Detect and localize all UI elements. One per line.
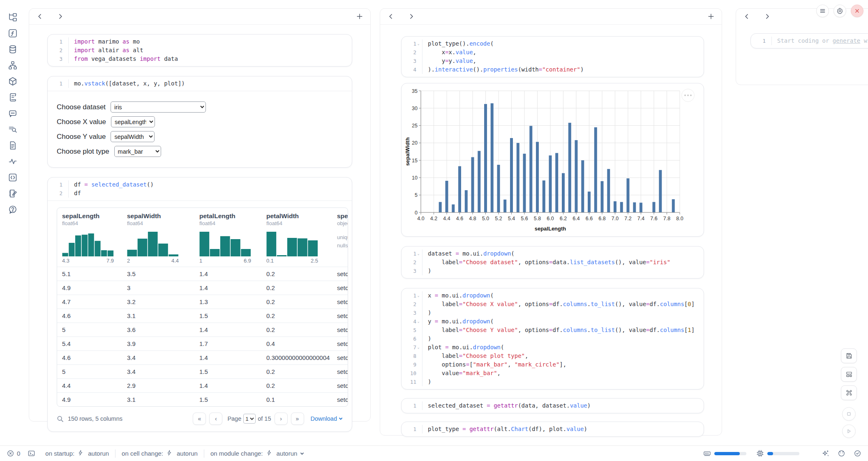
code-editor[interactable]: 1⌄plot_type().encode(2 x=x.value,3 y=y.v… — [402, 37, 704, 77]
code-editor[interactable]: 1⌄dataset = mo.ui.dropdown(2 label="Choo… — [402, 247, 704, 278]
command-palette-button[interactable] — [841, 385, 857, 400]
code-line[interactable]: 1⌄x = mo.ui.dropdown( — [402, 291, 704, 300]
hierarchy-icon[interactable] — [8, 60, 18, 70]
generate-with-ai-link[interactable]: generate — [833, 37, 860, 44]
choose-dataset-select[interactable]: iris — [111, 101, 206, 113]
terminal-button[interactable] — [28, 449, 35, 457]
code-editor[interactable]: 1df = selected_dataset()2df — [48, 177, 352, 201]
code-line[interactable]: 11) — [402, 378, 704, 386]
save-button[interactable] — [841, 348, 857, 363]
feedback-bot-button[interactable] — [838, 449, 845, 457]
connection-status-icon[interactable] — [854, 449, 861, 457]
code-line[interactable]: 2 label="Choose X value", options=df.col… — [402, 300, 704, 309]
code-line[interactable]: 3 y=y.value, — [402, 57, 704, 65]
code-line[interactable]: 1df = selected_dataset() — [48, 180, 352, 189]
code-line[interactable]: 5 label="Choose Y value", options=df.col… — [402, 326, 704, 334]
table-row[interactable]: 4.93.11.50.1setos — [57, 393, 348, 407]
code-line[interactable]: 1⌄dataset = mo.ui.dropdown( — [402, 249, 704, 258]
table-row[interactable]: 4.42.91.40.2setos — [57, 379, 348, 393]
fold-caret-icon[interactable]: ⌄ — [416, 317, 420, 326]
fold-caret-icon[interactable]: ⌄ — [416, 291, 420, 300]
code-cell-vstack[interactable]: 1mo.vstack([dataset, x, y, plot]) Choose… — [47, 76, 352, 168]
column-collapse-right-button[interactable] — [407, 12, 416, 21]
empty-code-cell[interactable]: 1 Start coding or generate with — [750, 33, 868, 48]
on-module-change-setting[interactable]: on module change: autorun — [210, 449, 304, 457]
code-line[interactable]: 1mo.vstack([dataset, x, y, plot]) — [48, 79, 352, 88]
code-line[interactable]: 1⌄plot_type().encode( — [402, 39, 704, 48]
code-line[interactable]: 8 label="Choose plot type", — [402, 352, 704, 360]
code-line[interactable]: 3) — [402, 309, 704, 317]
prev-page-button[interactable]: ‹ — [209, 413, 222, 425]
code-line[interactable]: 1import marimo as mo — [48, 37, 352, 46]
column-collapse-left-button[interactable] — [387, 12, 395, 21]
column-header[interactable]: sepalWidthfloat6424.4 — [127, 208, 199, 267]
activity-icon[interactable] — [8, 157, 18, 166]
chart-more-menu-button[interactable] — [681, 89, 695, 102]
table-row[interactable]: 53.61.40.2setos — [57, 323, 348, 337]
code-cell-selected-dataset[interactable]: 1selected_dataset = getattr(data, datase… — [401, 398, 704, 413]
choose-plot-type-select[interactable]: mark_bar — [114, 146, 161, 157]
code-editor[interactable]: 1import marimo as mo2import altair as al… — [48, 35, 352, 66]
code-editor[interactable]: 1mo.vstack([dataset, x, y, plot]) — [48, 76, 352, 91]
code-line[interactable]: 2 x=x.value, — [402, 48, 704, 57]
code-placeholder[interactable]: Start coding or generate with — [772, 37, 868, 45]
download-button[interactable]: Download — [311, 415, 343, 422]
run-all-button[interactable] — [842, 424, 856, 438]
scroll-icon[interactable] — [8, 92, 18, 102]
table-row[interactable]: 4.63.41.40.30000000000000004setos — [57, 351, 348, 365]
snippets-icon[interactable] — [8, 173, 18, 182]
next-page-button[interactable]: › — [275, 413, 288, 425]
table-row[interactable]: 5.13.51.40.2setos — [57, 267, 348, 281]
column-collapse-right-button[interactable] — [763, 12, 771, 21]
chat-bot-icon[interactable] — [8, 108, 18, 118]
code-line[interactable]: 7⌄plot = mo.ui.dropdown( — [402, 343, 704, 352]
settings-gear-button[interactable] — [833, 5, 846, 17]
code-cell-xy-plot-dropdowns[interactable]: 1⌄x = mo.ui.dropdown(2 label="Choose X v… — [401, 288, 704, 390]
function-icon[interactable] — [8, 28, 18, 38]
code-line[interactable]: 4).interactive().properties(width="conta… — [402, 65, 704, 74]
code-line[interactable]: 2df — [48, 189, 352, 198]
last-page-button[interactable]: » — [291, 413, 304, 425]
column-header[interactable]: sepalLengthfloat644.37.9 — [57, 208, 127, 267]
code-cell-dataset-dropdown[interactable]: 1⌄dataset = mo.ui.dropdown(2 label="Choo… — [401, 246, 704, 279]
search-list-icon[interactable] — [8, 124, 18, 134]
database-icon[interactable] — [8, 44, 18, 54]
code-line[interactable]: 3from vega_datasets import data — [48, 55, 352, 63]
add-column-button[interactable] — [707, 12, 715, 21]
code-line[interactable]: 4⌄y = mo.ui.dropdown( — [402, 317, 704, 326]
code-editor[interactable]: 1plot_type = getattr(alt.Chart(df), plot… — [402, 422, 704, 436]
code-line[interactable]: 3) — [402, 267, 704, 275]
code-cell-plot[interactable]: 1⌄plot_type().encode(2 x=x.value,3 y=y.v… — [401, 36, 704, 77]
fold-caret-icon[interactable]: ⌄ — [416, 249, 420, 258]
memory-usage-meter[interactable] — [714, 452, 746, 455]
shutdown-close-button[interactable] — [851, 5, 863, 17]
code-line[interactable]: 10 value="mark_bar", — [402, 369, 704, 378]
code-editor[interactable]: 1⌄x = mo.ui.dropdown(2 label="Choose X v… — [402, 288, 704, 389]
choose-y-value-select[interactable]: sepalWidth — [111, 131, 155, 142]
on-startup-setting[interactable]: on startup: autorun — [45, 449, 109, 457]
column-header[interactable]: petalLengthfloat6416.9 — [199, 208, 266, 267]
help-icon[interactable] — [8, 205, 18, 214]
code-line[interactable]: 2import altair as alt — [48, 46, 352, 55]
layout-panels-button[interactable] — [841, 367, 857, 382]
code-line[interactable]: 6) — [402, 334, 704, 343]
table-row[interactable]: 4.63.11.50.2setos — [57, 309, 348, 323]
column-collapse-right-button[interactable] — [56, 12, 65, 21]
document-icon[interactable] — [8, 141, 18, 150]
fold-caret-icon[interactable]: ⌄ — [416, 343, 420, 352]
cpu-usage-meter[interactable] — [767, 452, 799, 455]
ai-sparkles-button[interactable] — [822, 449, 829, 457]
page-select[interactable]: 1 — [243, 414, 256, 424]
table-row[interactable]: 4.73.21.30.2setos — [57, 295, 348, 309]
on-cell-change-setting[interactable]: on cell change: autorun — [122, 449, 198, 457]
code-line[interactable]: 2 label="Choose dataset", options=data.l… — [402, 258, 704, 267]
code-line[interactable]: 1selected_dataset = getattr(data, datase… — [402, 401, 704, 410]
file-tree-icon[interactable] — [8, 12, 18, 22]
first-page-button[interactable]: « — [193, 413, 206, 425]
code-line[interactable]: 1plot_type = getattr(alt.Chart(df), plot… — [402, 425, 704, 433]
table-row[interactable]: 4.931.40.2setos — [57, 281, 348, 295]
fold-caret-icon[interactable]: ⌄ — [416, 39, 420, 48]
menu-button[interactable] — [816, 5, 829, 17]
column-header[interactable]: petalWidthfloat640.12.5 — [266, 208, 337, 267]
code-line[interactable]: 9 options=["mark_bar", "mark_circle"], — [402, 360, 704, 369]
